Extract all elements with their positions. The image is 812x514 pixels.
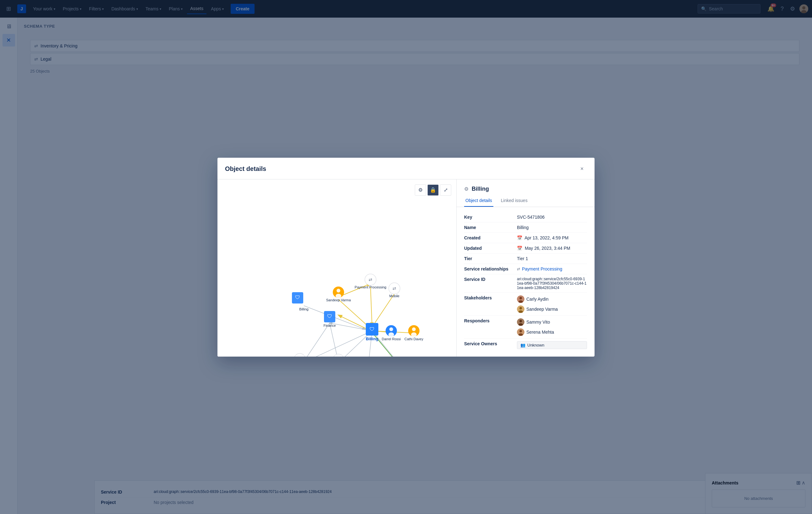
svg-line-5 (302, 323, 330, 357)
service-id-value: ari:cloud:graph::service/2cfc55c0-6939-1… (517, 277, 587, 290)
modal-title: Object details (225, 165, 266, 173)
responder-serena: Serena Mehta (517, 328, 554, 336)
node-payment-label: Payment Processing (355, 285, 386, 289)
row-tier: Tier Tier 1 (464, 253, 587, 264)
svg-point-42 (388, 332, 394, 337)
node-website: ⇄ (294, 354, 306, 357)
details-title: Billing (472, 186, 489, 192)
node-finance-label: Finance (323, 324, 336, 327)
svg-line-12 (371, 287, 372, 326)
svg-point-45 (411, 332, 417, 337)
responder-sammy: Sammy Vito (517, 318, 550, 326)
row-stakeholders: Stakeholders Carly Aydin (464, 293, 587, 316)
details-tabs: Object details Linked issues (457, 195, 594, 207)
stakeholders-list: Carly Aydin Sandeep Varma (517, 295, 587, 313)
name-label: Name (464, 225, 515, 230)
svg-text:🛡: 🛡 (370, 327, 375, 332)
expand-button[interactable]: ⤢ (440, 184, 451, 196)
object-details-modal: Object details × ⚙ 🔒 ⤢ (218, 158, 594, 357)
responders-label: Responders (464, 318, 515, 323)
svg-point-37 (336, 294, 341, 298)
details-header: ⚙ Billing (457, 179, 594, 195)
avatar-sammy (517, 318, 524, 326)
name-value: Billing (517, 225, 587, 230)
svg-point-47 (519, 297, 522, 299)
row-updated: Updated 📅 May 26, 2023, 3:44 PM (464, 243, 587, 253)
service-owners-value: 👥 Unknown (517, 341, 587, 349)
row-name: Name Billing (464, 222, 587, 233)
node-billing-left-label: Billing (299, 307, 308, 311)
svg-line-13 (372, 294, 395, 327)
svg-point-56 (519, 330, 522, 332)
updated-label: Updated (464, 246, 515, 251)
unknown-badge: 👥 Unknown (517, 341, 587, 349)
node-cathi-label: Cathi Davey (404, 337, 423, 341)
modal-close-button[interactable]: × (577, 164, 587, 174)
node-retail-pos: ⇄ (333, 354, 344, 357)
svg-point-41 (389, 327, 393, 331)
svg-point-25 (333, 354, 344, 357)
tab-linked-issues[interactable]: Linked issues (500, 195, 529, 207)
avatar-sandeep (517, 305, 524, 313)
node-billing-center: 🛡 (366, 323, 378, 336)
lock-button[interactable]: 🔒 (427, 184, 439, 196)
calendar-icon: 📅 (517, 246, 522, 251)
node-billing-left: 🛡 (292, 292, 303, 303)
key-label: Key (464, 215, 515, 220)
service-relationships-label: Service relationships (464, 266, 515, 271)
updated-value: 📅 May 26, 2023, 3:44 PM (517, 246, 587, 251)
svg-text:🛡: 🛡 (327, 313, 332, 319)
node-mobile: ⇄ (389, 283, 400, 294)
svg-line-6 (330, 323, 339, 357)
tab-object-details[interactable]: Object details (464, 195, 493, 207)
svg-text:⇄: ⇄ (369, 277, 372, 282)
filter-button[interactable]: ⚙ (415, 184, 426, 196)
node-mobile-label: Mobile (389, 294, 399, 298)
created-label: Created (464, 235, 515, 240)
stakeholders-label: Stakeholders (464, 295, 515, 300)
details-icon: ⚙ (464, 186, 468, 192)
stakeholder-carly: Carly Aydin (517, 295, 549, 303)
avatar-serena (517, 328, 524, 336)
row-service-relationships: Service relationships ⇄ Payment Processi… (464, 264, 587, 274)
tier-value: Tier 1 (517, 256, 587, 261)
node-payment: ⇄ (365, 274, 376, 285)
modal-body: ⚙ 🔒 ⤢ (218, 179, 594, 357)
modal-header: Object details × (218, 158, 594, 179)
svg-text:🛡: 🛡 (295, 295, 300, 300)
link-icon: ⇄ (517, 267, 520, 271)
graph-panel: ⚙ 🔒 ⤢ (218, 179, 456, 357)
svg-point-36 (337, 289, 340, 293)
node-sandeep (333, 286, 344, 298)
svg-text:⇄: ⇄ (393, 286, 396, 291)
calendar-icon: 📅 (517, 235, 522, 240)
tier-label: Tier (464, 256, 515, 261)
node-finance: 🛡 (324, 311, 335, 322)
details-content: Key SVC-5471806 Name Billing Created 📅 A… (457, 207, 594, 357)
node-billing-center-label: Billing (366, 336, 378, 341)
details-panel: ⚙ Billing Object details Linked issues K… (456, 179, 594, 357)
graph-toolbar: ⚙ 🔒 ⤢ (415, 184, 451, 196)
network-graph: 🛡 Billing 🛡 Finance ⇄ Website (218, 179, 456, 357)
row-responders: Responders Sammy Vito (464, 316, 587, 339)
row-created: Created 📅 Apr 13, 2022, 4:59 PM (464, 233, 587, 243)
modal-overlay[interactable]: Object details × ⚙ 🔒 ⤢ (0, 0, 812, 514)
row-service-owners: Service Owners 👥 Unknown (464, 339, 587, 352)
key-value: SVC-5471806 (517, 215, 587, 220)
row-service-id: Service ID ari:cloud:graph::service/2cfc… (464, 274, 587, 293)
svg-point-23 (294, 354, 306, 357)
service-id-label: Service ID (464, 277, 515, 282)
node-sandeep-label: Sandeep Varma (326, 298, 351, 302)
created-value: 📅 Apr 13, 2022, 4:59 PM (517, 235, 587, 240)
service-relationships-value[interactable]: ⇄ Payment Processing (517, 266, 587, 271)
node-cathi (408, 325, 419, 337)
svg-point-44 (412, 327, 416, 331)
svg-point-53 (519, 320, 522, 322)
team-icon: 👥 (520, 343, 525, 347)
row-key: Key SVC-5471806 (464, 212, 587, 222)
service-owners-label: Service Owners (464, 341, 515, 346)
responders-list: Sammy Vito Serena Mehta (517, 318, 587, 336)
node-darrel (385, 325, 397, 337)
node-darrel-label: Darrel Rossi (382, 337, 401, 341)
svg-point-50 (519, 307, 522, 309)
